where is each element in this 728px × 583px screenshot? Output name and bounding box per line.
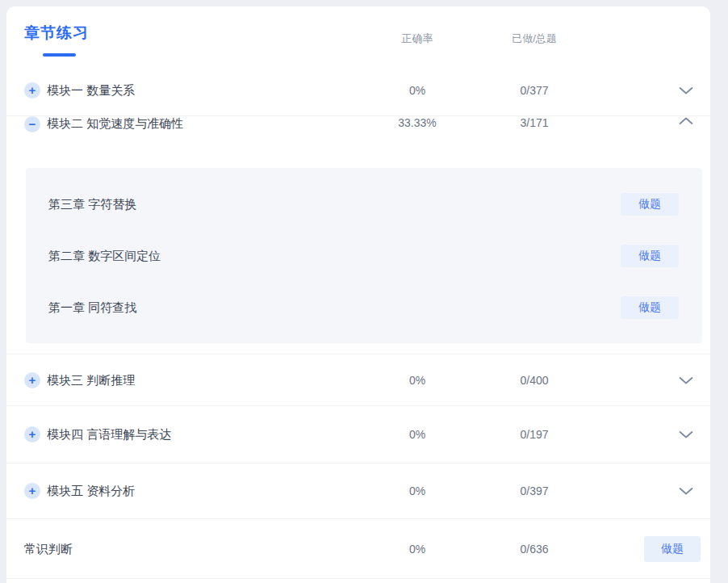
module-5-progress: 0/397 — [494, 484, 575, 497]
do-questions-button[interactable]: 做题 — [621, 193, 679, 216]
chevron-up-icon[interactable] — [674, 116, 698, 126]
chapter-3-title: 第三章 字符替换 — [48, 197, 136, 212]
expand-plus-icon[interactable]: + — [24, 426, 40, 442]
module-3-title: 模块三 判断推理 — [47, 372, 135, 388]
chapter-1-title: 第一章 同符查找 — [48, 300, 136, 316]
column-header-accuracy: 正确率 — [377, 31, 458, 46]
card-header: 章节练习 正确率 已做/总题 — [6, 6, 710, 65]
expand-plus-icon[interactable]: + — [24, 483, 40, 499]
title-underline — [43, 53, 76, 57]
expand-plus-icon[interactable]: + — [24, 82, 40, 99]
chapter-row-2: 第二章 数字区间定位 做题 — [26, 230, 702, 282]
chevron-down-icon[interactable] — [674, 375, 698, 385]
module-3-progress: 0/400 — [494, 374, 575, 387]
module-1-progress: 0/377 — [494, 84, 575, 97]
page-title: 章节练习 — [24, 23, 89, 44]
module-row-2[interactable]: − 模块二 知觉速度与准确性 33.33% 3/171 — [6, 116, 710, 168]
module-4-title: 模块四 言语理解与表达 — [47, 427, 171, 442]
chapter-row-3: 第三章 字符替换 做题 — [26, 178, 702, 230]
module-5-title: 模块五 资料分析 — [47, 484, 135, 499]
do-questions-button[interactable]: 做题 — [621, 296, 679, 319]
do-questions-button[interactable]: 做题 — [644, 536, 701, 562]
column-header-progress: 已做/总题 — [494, 31, 575, 46]
chevron-down-icon[interactable] — [674, 430, 698, 439]
chapter-row-1: 第一章 同符查找 做题 — [26, 282, 702, 333]
do-questions-button[interactable]: 做题 — [621, 245, 679, 267]
module-row-5[interactable]: + 模块五 资料分析 0% 0/397 — [6, 463, 710, 519]
module-4-accuracy: 0% — [377, 428, 458, 441]
leaf-row-accuracy: 0% — [377, 543, 458, 556]
module-5-accuracy: 0% — [377, 484, 458, 497]
module-row-3[interactable]: + 模块三 判断推理 0% 0/400 — [6, 354, 710, 406]
module-4-progress: 0/197 — [494, 428, 575, 441]
chapter-panel: 第三章 字符替换 做题 第二章 数字区间定位 做题 第一章 同符查找 做题 — [26, 168, 702, 343]
chapter-practice-card: 章节练习 正确率 已做/总题 + 模块一 数量关系 0% 0/377 − 模块二… — [6, 6, 710, 583]
leaf-row-title: 常识判断 — [24, 541, 73, 556]
chapter-2-title: 第二章 数字区间定位 — [48, 249, 161, 264]
expand-plus-icon[interactable]: + — [24, 372, 40, 388]
chevron-down-icon[interactable] — [674, 486, 698, 496]
module-row-4[interactable]: + 模块四 言语理解与表达 0% 0/197 — [6, 406, 710, 463]
chevron-down-icon[interactable] — [674, 86, 698, 95]
module-2-title: 模块二 知觉速度与准确性 — [47, 116, 183, 132]
collapse-minus-icon[interactable]: − — [24, 116, 40, 132]
leaf-row-progress: 0/636 — [494, 543, 575, 556]
leaf-row-common-sense: 常识判断 0% 0/636 做题 — [6, 519, 710, 579]
module-row-1[interactable]: + 模块一 数量关系 0% 0/377 — [6, 65, 710, 116]
page-background: 章节练习 正确率 已做/总题 + 模块一 数量关系 0% 0/377 − 模块二… — [0, 0, 728, 583]
module-2-accuracy: 33.33% — [377, 116, 458, 129]
module-1-accuracy: 0% — [377, 84, 458, 97]
module-2-progress: 3/171 — [494, 116, 575, 129]
module-1-title: 模块一 数量关系 — [47, 82, 135, 98]
module-2-section: − 模块二 知觉速度与准确性 33.33% 3/171 第三章 字符替换 做题 … — [6, 116, 710, 354]
module-3-accuracy: 0% — [377, 374, 458, 387]
